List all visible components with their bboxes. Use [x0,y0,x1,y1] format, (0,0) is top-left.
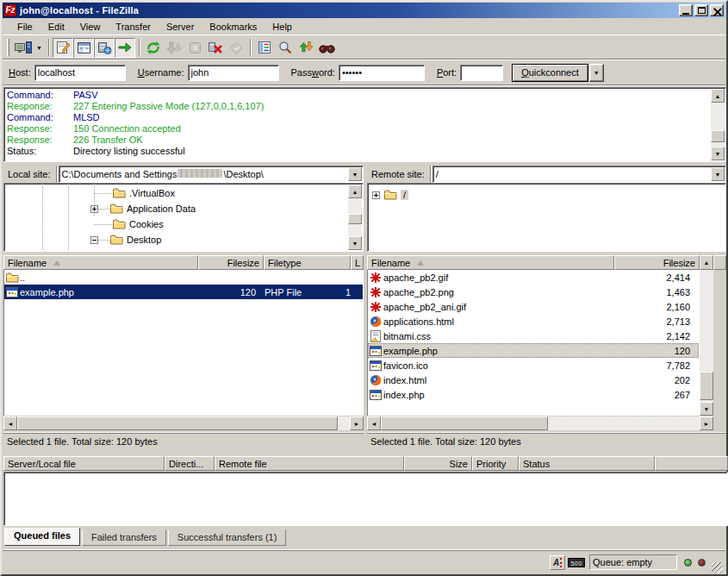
file-row-selected[interactable]: example.php 120 PHP File 1 [4,285,363,299]
file-row[interactable]: applications.html 2,713 [368,314,699,329]
username-input[interactable] [188,65,279,81]
find-files-button[interactable] [316,38,337,58]
password-input[interactable] [339,65,425,81]
maximize-button[interactable] [694,4,708,16]
speed-limit-icon[interactable]: 500 [568,558,585,567]
title-bar[interactable]: Fz john@localhost - FileZilla [3,3,725,18]
disconnect-button[interactable] [205,38,226,58]
remote-site-combobox[interactable]: / ▼ [432,166,726,183]
transfer-queue-list[interactable] [3,472,728,526]
menu-edit[interactable]: Edit [40,20,72,34]
synchronized-browsing-button[interactable] [296,38,316,58]
tab-queued-files[interactable]: Queued files [4,528,80,546]
local-list-hscrollbar[interactable]: ◄ ► [3,416,364,430]
log-text: MLSD [73,112,100,123]
file-row-selected[interactable]: example.php 120 [368,343,699,358]
remote-site-dropdown-icon[interactable]: ▼ [711,167,725,181]
column-header-remote-file[interactable]: Remote file [215,456,404,471]
cancel-button[interactable] [184,38,205,58]
column-header-status[interactable]: Status [519,456,655,471]
menu-file[interactable]: File [9,20,40,34]
file-row[interactable]: apache_pb2.gif 2,414 [368,270,699,285]
file-row[interactable]: apache_pb2_ani.gif 2,160 [368,299,699,314]
site-manager-button[interactable] [13,38,34,58]
scroll-right-button[interactable]: ► [700,416,713,430]
resize-grip[interactable] [712,562,723,573]
toggle-remote-tree-button[interactable] [94,38,115,58]
column-header-filetype[interactable]: Filetype [264,255,351,270]
filter-button[interactable] [254,38,275,58]
reconnect-button[interactable] [226,38,246,58]
scroll-thumb[interactable] [17,416,338,430]
expand-icon[interactable] [90,205,98,213]
local-site-combobox[interactable]: C:\Documents and Settings\Desktop\ ▼ [59,166,364,183]
column-header-size[interactable]: Size [404,456,472,471]
file-row[interactable]: index.php 267 [368,387,699,402]
tree-item-cookies[interactable]: Cookies [94,216,164,232]
refresh-button[interactable] [143,38,164,58]
tree-item-desktop[interactable]: Desktop [90,232,161,247]
menu-help[interactable]: Help [264,20,300,34]
scroll-down-button[interactable]: ▼ [348,236,362,250]
menu-bookmarks[interactable]: Bookmarks [202,20,264,34]
expand-icon[interactable] [372,191,380,199]
quickconnect-dropdown-button[interactable]: ▼ [589,64,604,82]
toggle-local-tree-button[interactable] [73,38,94,58]
minimize-button[interactable] [679,4,693,16]
tab-failed-transfers[interactable]: Failed transfers [82,529,166,546]
collapse-icon[interactable] [90,236,98,244]
toggle-message-log-button[interactable] [53,38,73,58]
column-header-filename[interactable]: Filename [367,255,614,270]
file-row[interactable]: bitnami.css 2,142 [368,329,699,343]
menu-transfer[interactable]: Transfer [108,20,159,34]
host-input[interactable] [34,65,126,81]
scroll-left-button[interactable]: ◄ [3,416,17,430]
close-button[interactable] [710,4,724,16]
file-row[interactable]: index.html 202 [368,373,699,387]
port-input[interactable] [460,65,503,81]
folder-icon [110,203,123,214]
scroll-up-button[interactable]: ▲ [711,89,725,103]
apache-image-file-icon [370,286,382,298]
toggle-transfer-queue-button[interactable] [115,38,135,58]
scroll-thumb[interactable] [711,130,725,142]
scroll-up-button[interactable]: ▲ [700,255,713,270]
scroll-left-button[interactable]: ◄ [367,416,381,430]
scroll-down-button[interactable]: ▼ [700,402,713,416]
data-type-indicator[interactable]: A [550,555,565,570]
tree-item-virtualbox[interactable]: .VirtualBox [94,185,175,201]
menu-server[interactable]: Server [159,20,202,34]
file-row[interactable]: apache_pb2.png 1,463 [368,285,699,299]
column-header-filesize[interactable]: Filesize [614,255,700,270]
column-header-priority[interactable]: Priority [472,456,519,471]
remote-list-hscrollbar[interactable]: ◄ ► [367,416,713,430]
scroll-thumb[interactable] [381,416,548,430]
column-header-lastmodified[interactable]: L [351,255,364,270]
scroll-right-button[interactable]: ► [350,416,364,430]
column-header-server-local-file[interactable]: Server/Local file [3,456,165,471]
site-manager-dropdown-button[interactable]: ▼ [34,38,45,58]
local-tree-scrollbar[interactable]: ▲ ▼ [348,185,362,250]
directory-comparison-button[interactable] [275,38,296,58]
tree-item-root[interactable]: / [372,187,408,203]
file-row[interactable]: favicon.ico 7,782 [368,358,699,373]
scroll-down-button[interactable]: ▼ [711,147,725,160]
column-header-filesize[interactable]: Filesize [198,255,264,270]
log-scrollbar[interactable]: ▲ ▼ [711,89,725,160]
log-text: Directory listing successful [73,146,185,157]
scroll-up-button[interactable]: ▲ [348,185,362,198]
column-header-direction[interactable]: Directi... [165,456,215,471]
file-row-parent[interactable]: .. [4,270,363,285]
column-header-filename[interactable]: Filename [3,255,198,270]
toolbar-grip[interactable] [7,39,9,56]
cancel-icon [188,41,202,55]
local-site-dropdown-icon[interactable]: ▼ [348,167,362,181]
scroll-thumb[interactable] [700,372,713,400]
remote-list-scrollbar[interactable]: ▼ [700,270,713,416]
tree-item-application-data[interactable]: Application Data [90,201,196,216]
tab-successful-transfers[interactable]: Successful transfers (1) [168,529,287,546]
quickconnect-button[interactable]: Quickconnect [512,64,588,82]
scroll-thumb[interactable] [348,214,362,224]
menu-view[interactable]: View [72,20,109,34]
process-queue-button[interactable] [164,38,184,58]
